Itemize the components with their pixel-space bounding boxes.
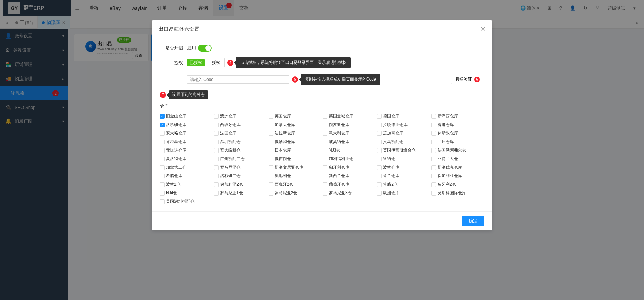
warehouse-checkbox[interactable] xyxy=(377,182,382,187)
warehouse-checkbox[interactable] xyxy=(269,123,273,127)
enable-toggle[interactable] xyxy=(198,45,212,52)
warehouse-checkbox[interactable] xyxy=(214,114,219,119)
warehouse-label: 英国仓库 xyxy=(275,113,291,119)
warehouse-checkbox[interactable] xyxy=(431,157,436,161)
warehouse-checkbox[interactable] xyxy=(160,165,165,170)
warehouse-checkbox[interactable] xyxy=(377,191,382,196)
warehouse-checkbox[interactable] xyxy=(269,140,273,144)
warehouse-checkbox[interactable] xyxy=(160,199,165,204)
warehouse-checkbox[interactable] xyxy=(160,140,165,144)
warehouse-checkbox[interactable] xyxy=(377,174,382,178)
warehouse-checkbox[interactable] xyxy=(214,140,219,144)
warehouse-checkbox[interactable] xyxy=(214,148,219,153)
warehouse-checkbox[interactable] xyxy=(160,157,165,161)
warehouse-label: 罗马尼亚2仓 xyxy=(275,190,297,196)
warehouse-label: 安大略仓库 xyxy=(166,130,186,136)
warehouse-checkbox[interactable] xyxy=(214,123,219,127)
warehouse-checkbox[interactable] xyxy=(431,148,436,153)
warehouse-checkbox[interactable] xyxy=(431,174,436,178)
modal-close-button[interactable]: ✕ xyxy=(480,25,486,33)
warehouse-item: 安大略仓库 xyxy=(160,130,213,136)
warehouse-checkbox[interactable] xyxy=(214,131,219,136)
warehouse-label: 奥地利仓 xyxy=(275,173,291,179)
warehouse-checkbox[interactable] xyxy=(160,191,165,196)
warehouse-checkbox[interactable] xyxy=(377,165,382,170)
warehouse-checkbox[interactable] xyxy=(323,140,327,144)
warehouse-checkbox[interactable] xyxy=(269,157,273,161)
warehouse-checkbox[interactable] xyxy=(160,131,165,136)
warehouse-checkbox[interactable] xyxy=(377,123,382,127)
warehouse-checkbox[interactable] xyxy=(323,165,327,170)
warehouse-item: 俄亥俄仓 xyxy=(269,156,321,162)
warehouse-checkbox[interactable] xyxy=(323,157,327,161)
modal-title: 出口易海外仓设置 xyxy=(158,26,199,32)
step7-badge: 7 xyxy=(160,92,166,98)
warehouse-checkbox[interactable] xyxy=(377,114,382,119)
warehouse-item: 希腊仓库 xyxy=(160,173,213,179)
warehouse-checkbox[interactable] xyxy=(431,182,436,187)
warehouse-checkbox[interactable] xyxy=(431,191,436,196)
warehouse-checkbox[interactable] xyxy=(269,165,273,170)
warehouse-checkbox[interactable] xyxy=(431,131,436,136)
warehouse-checkbox[interactable] xyxy=(160,174,165,178)
warehouse-item: 旧金山仓库 xyxy=(160,113,213,119)
warehouse-label: 波兰仓库 xyxy=(383,165,399,170)
warehouse-checkbox[interactable] xyxy=(269,174,273,178)
warehouse-checkbox[interactable] xyxy=(377,140,382,144)
warehouse-checkbox[interactable] xyxy=(377,131,382,136)
warehouse-checkbox[interactable] xyxy=(160,148,165,153)
warehouse-header: 7 设置用到的海外仓 xyxy=(160,90,484,99)
warehouse-checkbox[interactable] xyxy=(377,148,382,153)
warehouse-checkbox[interactable] xyxy=(269,114,273,119)
warehouse-checkbox[interactable] xyxy=(160,182,165,187)
warehouse-label: 莫斯科国际仓库 xyxy=(438,190,466,196)
code-input[interactable] xyxy=(187,75,289,84)
warehouse-checkbox[interactable] xyxy=(431,114,436,119)
warehouse-label: 新西兰仓库 xyxy=(329,173,349,179)
warehouse-checkbox[interactable] xyxy=(323,182,327,187)
warehouse-checkbox[interactable] xyxy=(323,148,327,153)
warehouse-label: 香港仓库 xyxy=(438,122,454,128)
warehouse-checkbox[interactable] xyxy=(269,148,273,153)
warehouse-item: 法国仓库 xyxy=(214,130,267,136)
warehouse-checkbox[interactable] xyxy=(431,165,436,170)
warehouse-checkbox[interactable] xyxy=(214,174,219,178)
auth-button[interactable]: 授权 xyxy=(208,58,225,67)
modal-footer: 确定 xyxy=(152,211,492,230)
warehouse-checkbox[interactable] xyxy=(214,182,219,187)
warehouse-checkbox[interactable] xyxy=(214,191,219,196)
warehouse-label: 欧洲仓库 xyxy=(383,190,399,196)
warehouse-label: 保加利亚2仓 xyxy=(220,182,243,187)
warehouse-checkbox[interactable] xyxy=(214,165,219,170)
auth-label: 授权 xyxy=(160,60,187,66)
warehouse-item: 匈牙利2仓 xyxy=(431,182,484,187)
warehouse-checkbox[interactable] xyxy=(323,123,327,127)
warehouse-label: NJ3仓 xyxy=(329,147,340,153)
warehouse-checkbox[interactable] xyxy=(323,191,327,196)
warehouse-checkbox[interactable] xyxy=(269,131,273,136)
warehouse-checkbox[interactable] xyxy=(323,114,327,119)
warehouse-checkbox[interactable] xyxy=(269,182,273,187)
warehouse-checkbox[interactable] xyxy=(431,123,436,127)
warehouse-checkbox[interactable] xyxy=(323,174,327,178)
warehouse-item: 罗马尼亚1仓 xyxy=(214,190,267,196)
warehouse-label: 兰丘仓库 xyxy=(438,139,454,145)
warehouse-checkbox[interactable] xyxy=(323,131,327,136)
warehouse-grid: 旧金山仓库澳洲仓库英国仓库英国曼城仓库德国仓库新泽西仓库洛杉矶仓库西班牙仓库加拿… xyxy=(160,113,484,204)
confirm-button[interactable]: 确定 xyxy=(462,216,484,226)
warehouse-checkbox[interactable] xyxy=(431,140,436,144)
warehouse-label: 芝加哥仓库 xyxy=(383,130,403,136)
modal-overlay[interactable]: 出口易海外仓设置 ✕ 是否开启 启用 授权 xyxy=(0,0,644,300)
toggle-dot xyxy=(205,45,211,51)
warehouse-checkbox[interactable] xyxy=(160,123,165,127)
warehouse-checkbox[interactable] xyxy=(160,114,165,119)
verify-button[interactable]: 授权验证 6 xyxy=(451,75,484,84)
warehouse-checkbox[interactable] xyxy=(377,157,382,161)
warehouse-label: 夏洛特仓库 xyxy=(166,156,186,162)
warehouse-checkbox[interactable] xyxy=(214,157,219,161)
warehouse-item: 安大略新仓 xyxy=(214,147,267,153)
code-row: 5 复制并输入授权成功后页面显示的Code 授权验证 6 xyxy=(160,74,484,85)
warehouse-label: 希腊2仓 xyxy=(383,182,398,187)
warehouse-checkbox[interactable] xyxy=(269,191,273,196)
warehouse-label: 希腊仓库 xyxy=(166,173,182,179)
